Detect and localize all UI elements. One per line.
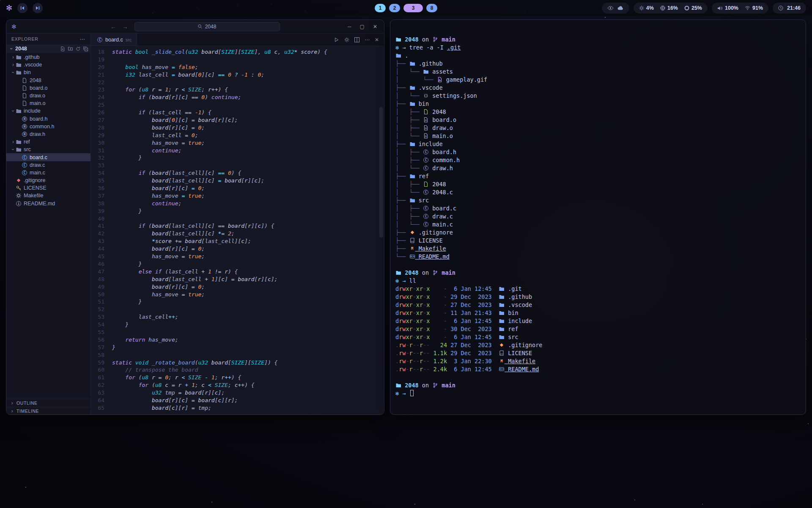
terminal-line: drwxr-xr-x - 6 Jan 12:45 src	[395, 333, 800, 341]
media-next-button[interactable]	[33, 3, 43, 13]
terminal-line: .rw-r--r-- 24 27 Dec 2023 .gitignore	[395, 341, 800, 349]
explorer-item-main.c[interactable]: ›Cmain.c	[6, 169, 91, 177]
code-line: has_move = true;	[112, 253, 384, 260]
split-editor-button[interactable]	[354, 37, 359, 42]
terminal-line: └── README.md	[395, 252, 800, 260]
clock-pill[interactable]: 21:46	[773, 3, 806, 14]
system-logo-icon[interactable]: ✻	[6, 4, 12, 12]
wifi-value: 91%	[752, 5, 763, 11]
media-prev-button[interactable]	[17, 3, 27, 13]
line-number: 19	[91, 56, 110, 64]
folder-icon	[16, 108, 22, 113]
line-number: 22	[91, 79, 110, 86]
code-line: board[r][c] = board[c][r];	[112, 397, 384, 404]
command-center-search[interactable]: 2048	[134, 22, 280, 31]
workspace-1[interactable]: 1	[375, 4, 386, 12]
explorer-item-Makefile[interactable]: ›Makefile	[6, 192, 91, 199]
file-icon	[423, 182, 429, 187]
terminal-content[interactable]: 2048 on main✻ → tree -a -I .git .├── .gi…	[390, 20, 806, 414]
explorer-item-common.h[interactable]: ›Hcommon.h	[6, 123, 91, 130]
topbar: ✻ 1238 4% 16%	[0, 0, 812, 16]
terminal-line	[395, 373, 800, 381]
explorer-more-button[interactable]: ⋯	[80, 36, 85, 42]
scrollbar-thumb[interactable]	[379, 107, 383, 237]
make-icon: M	[499, 359, 505, 364]
explorer-item-draw.h[interactable]: ›Hdraw.h	[6, 130, 91, 138]
c-icon: C	[423, 206, 429, 211]
explorer-item-include[interactable]: ›include	[6, 107, 91, 115]
nav-forward-button[interactable]: →	[122, 23, 128, 30]
weather-cloud-icon[interactable]	[617, 6, 624, 10]
workspace-2[interactable]: 2	[389, 4, 400, 12]
binary-icon	[423, 133, 429, 138]
explorer-item-ref[interactable]: ›ref	[6, 138, 91, 146]
line-number: 35	[91, 177, 110, 185]
nav-back-button[interactable]: ←	[110, 23, 116, 30]
settings-gear-button[interactable]	[344, 37, 349, 42]
tab-board.c[interactable]: C board.c src	[91, 33, 138, 46]
explorer-item-board.c[interactable]: ›Cboard.c	[6, 153, 91, 161]
more-actions-button[interactable]: ⋯	[365, 37, 370, 43]
line-number: 31	[91, 147, 110, 155]
new-folder-button[interactable]	[68, 47, 73, 51]
code-line: return has_move;	[112, 336, 384, 344]
explorer-item-label: main.c	[30, 170, 45, 176]
code-line: }	[112, 154, 384, 162]
new-file-button[interactable]	[60, 47, 65, 51]
explorer-item-.github[interactable]: ›.github	[6, 53, 91, 61]
c-icon: C	[423, 157, 429, 163]
explorer-item-label: Makefile	[24, 193, 44, 199]
close-editor-button[interactable]: ✕	[375, 37, 379, 43]
wifi-stat[interactable]: 91%	[745, 5, 763, 11]
explorer-root-row[interactable]: › 2048	[6, 44, 91, 53]
explorer-item-label: .github	[24, 54, 40, 60]
line-number: 52	[91, 306, 110, 313]
volume-value: 100%	[725, 5, 738, 11]
code-line: has_move = true;	[112, 192, 384, 200]
code-line: // transpose the board	[112, 366, 384, 374]
explorer-header: EXPLORER ⋯	[6, 33, 91, 44]
code-line: u32 tmp = board[r][c];	[112, 389, 384, 397]
explorer-item-draw.c[interactable]: ›Cdraw.c	[6, 161, 91, 169]
explorer-item-board.h[interactable]: ›Hboard.h	[6, 115, 91, 123]
explorer-item-LICENSE[interactable]: ›LICENSE	[6, 184, 91, 192]
code-line: board[last_cell][c] = board[r][c];	[112, 177, 384, 185]
explorer-item-label: board.c	[30, 155, 47, 160]
explorer-item-README.md[interactable]: ›iREADME.md	[6, 200, 91, 207]
run-button[interactable]	[334, 37, 339, 42]
folder-icon	[499, 302, 505, 307]
workspace-3-active[interactable]: 3	[403, 4, 423, 12]
explorer-item-main.o[interactable]: ›main.o	[6, 99, 91, 107]
explorer-item-src[interactable]: ›src	[6, 146, 91, 153]
explorer-item-bin[interactable]: ›bin	[6, 69, 91, 76]
explorer-item-.vscode[interactable]: ›.vscode	[6, 61, 91, 69]
explorer-item-.gitignore[interactable]: ›.gitignore	[6, 177, 91, 184]
volume-stat[interactable]: 100%	[717, 5, 738, 11]
line-number: 32	[91, 154, 110, 162]
line-number: 23	[91, 86, 110, 94]
prompt-arrow-icon: →	[399, 277, 409, 284]
book-icon	[409, 238, 415, 243]
explorer-item-board.o[interactable]: ›board.o	[6, 84, 91, 92]
terminal-line: ├── include	[395, 140, 800, 148]
folder-icon	[499, 326, 505, 331]
collapse-folders-button[interactable]	[83, 47, 88, 51]
file-icon	[22, 78, 27, 83]
explorer-item-draw.o[interactable]: ›draw.o	[6, 92, 91, 99]
section-timeline[interactable]: › TIMELINE	[6, 407, 91, 415]
explorer-item-label: bin	[24, 69, 31, 75]
workspace-8[interactable]: 8	[426, 4, 437, 12]
git-icon	[16, 178, 22, 183]
section-outline[interactable]: › OUTLINE	[6, 399, 91, 407]
refresh-button[interactable]	[76, 47, 80, 51]
line-number: 65	[91, 404, 110, 412]
code-area[interactable]: 1819202122232425262728293031323334353637…	[91, 46, 384, 415]
search-title: 2048	[205, 24, 217, 30]
close-button[interactable]: ✕	[373, 24, 377, 30]
code-line: board[r][c] = 0;	[112, 283, 384, 291]
explorer-item-2048[interactable]: ›2048	[6, 77, 91, 84]
maximize-button[interactable]: ▢	[360, 24, 365, 30]
idle-inhibitor-eye-icon[interactable]	[607, 6, 614, 10]
minimize-button[interactable]: ─	[348, 24, 351, 30]
terminal-line: 2048 on main	[395, 35, 800, 43]
